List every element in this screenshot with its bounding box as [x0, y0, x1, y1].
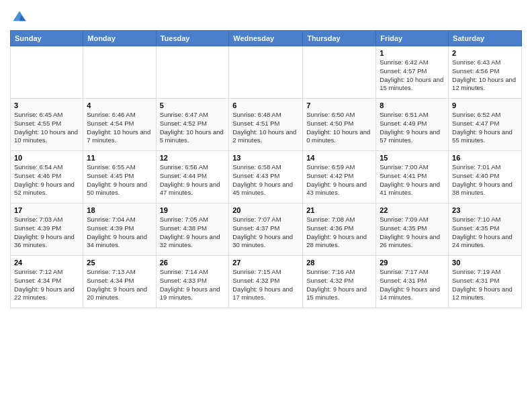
calendar-cell [156, 46, 229, 99]
day-info: Sunrise: 6:56 AM Sunset: 4:44 PM Dayligh… [160, 163, 226, 197]
calendar-week-row: 24Sunrise: 7:12 AM Sunset: 4:34 PM Dayli… [11, 256, 522, 308]
calendar-cell: 25Sunrise: 7:13 AM Sunset: 4:34 PM Dayli… [83, 256, 156, 308]
calendar-cell: 23Sunrise: 7:10 AM Sunset: 4:35 PM Dayli… [449, 203, 522, 256]
calendar-week-row: 3Sunrise: 6:45 AM Sunset: 4:55 PM Daylig… [11, 99, 522, 151]
day-number: 28 [306, 259, 372, 267]
day-number: 8 [380, 101, 445, 109]
calendar-week-row: 1Sunrise: 6:42 AM Sunset: 4:57 PM Daylig… [11, 46, 522, 99]
day-info: Sunrise: 6:45 AM Sunset: 4:55 PM Dayligh… [14, 111, 79, 145]
day-number: 19 [160, 206, 226, 214]
calendar-cell: 13Sunrise: 6:58 AM Sunset: 4:43 PM Dayli… [229, 151, 303, 203]
calendar-cell [303, 46, 376, 99]
day-number: 29 [380, 259, 445, 267]
day-of-week-header: Wednesday [229, 31, 303, 46]
day-number: 22 [380, 206, 445, 214]
day-number: 14 [306, 154, 372, 162]
day-of-week-header: Tuesday [156, 31, 229, 46]
day-info: Sunrise: 6:59 AM Sunset: 4:42 PM Dayligh… [306, 163, 372, 197]
day-info: Sunrise: 7:16 AM Sunset: 4:32 PM Dayligh… [306, 268, 372, 302]
calendar-cell [229, 46, 303, 99]
day-info: Sunrise: 6:47 AM Sunset: 4:52 PM Dayligh… [160, 111, 226, 145]
day-info: Sunrise: 7:14 AM Sunset: 4:33 PM Dayligh… [160, 268, 226, 302]
calendar-cell: 2Sunrise: 6:43 AM Sunset: 4:56 PM Daylig… [449, 46, 522, 99]
day-info: Sunrise: 6:48 AM Sunset: 4:51 PM Dayligh… [232, 111, 299, 145]
calendar-table: SundayMondayTuesdayWednesdayThursdayFrid… [10, 30, 522, 308]
calendar-header-row: SundayMondayTuesdayWednesdayThursdayFrid… [11, 31, 522, 46]
calendar-cell: 11Sunrise: 6:55 AM Sunset: 4:45 PM Dayli… [83, 151, 156, 203]
day-info: Sunrise: 7:05 AM Sunset: 4:38 PM Dayligh… [160, 216, 226, 250]
calendar-cell: 21Sunrise: 7:08 AM Sunset: 4:36 PM Dayli… [303, 203, 376, 256]
calendar-cell: 29Sunrise: 7:17 AM Sunset: 4:31 PM Dayli… [376, 256, 449, 308]
calendar-cell: 8Sunrise: 6:51 AM Sunset: 4:49 PM Daylig… [376, 99, 449, 151]
calendar-cell: 12Sunrise: 6:56 AM Sunset: 4:44 PM Dayli… [156, 151, 229, 203]
day-info: Sunrise: 7:07 AM Sunset: 4:37 PM Dayligh… [232, 216, 299, 250]
calendar-cell: 17Sunrise: 7:03 AM Sunset: 4:39 PM Dayli… [11, 203, 83, 256]
day-number: 2 [452, 49, 518, 57]
calendar-cell: 16Sunrise: 7:01 AM Sunset: 4:40 PM Dayli… [449, 151, 522, 203]
day-info: Sunrise: 6:58 AM Sunset: 4:43 PM Dayligh… [232, 163, 299, 197]
day-number: 9 [452, 101, 518, 109]
day-info: Sunrise: 7:08 AM Sunset: 4:36 PM Dayligh… [306, 216, 372, 250]
day-of-week-header: Sunday [11, 31, 83, 46]
day-number: 10 [14, 154, 79, 162]
calendar-cell: 10Sunrise: 6:54 AM Sunset: 4:46 PM Dayli… [11, 151, 83, 203]
day-info: Sunrise: 6:43 AM Sunset: 4:56 PM Dayligh… [452, 58, 518, 93]
day-info: Sunrise: 7:04 AM Sunset: 4:39 PM Dayligh… [87, 216, 152, 250]
calendar-body: 1Sunrise: 6:42 AM Sunset: 4:57 PM Daylig… [11, 46, 522, 308]
calendar-cell: 6Sunrise: 6:48 AM Sunset: 4:51 PM Daylig… [229, 99, 303, 151]
day-info: Sunrise: 6:55 AM Sunset: 4:45 PM Dayligh… [87, 163, 152, 197]
day-number: 20 [232, 206, 299, 214]
calendar-cell: 9Sunrise: 6:52 AM Sunset: 4:47 PM Daylig… [449, 99, 522, 151]
day-number: 25 [87, 259, 152, 267]
day-of-week-header: Friday [376, 31, 449, 46]
day-number: 1 [380, 49, 445, 57]
day-info: Sunrise: 6:52 AM Sunset: 4:47 PM Dayligh… [452, 111, 518, 145]
calendar-cell: 18Sunrise: 7:04 AM Sunset: 4:39 PM Dayli… [83, 203, 156, 256]
day-number: 4 [87, 101, 152, 109]
day-info: Sunrise: 7:15 AM Sunset: 4:32 PM Dayligh… [232, 268, 299, 302]
page-header [10, 7, 522, 25]
calendar-cell: 7Sunrise: 6:50 AM Sunset: 4:50 PM Daylig… [303, 99, 376, 151]
calendar-cell [11, 46, 83, 99]
day-info: Sunrise: 7:00 AM Sunset: 4:41 PM Dayligh… [380, 163, 445, 197]
day-number: 11 [87, 154, 152, 162]
calendar-cell: 27Sunrise: 7:15 AM Sunset: 4:32 PM Dayli… [229, 256, 303, 308]
day-info: Sunrise: 6:46 AM Sunset: 4:54 PM Dayligh… [87, 111, 152, 145]
day-info: Sunrise: 7:12 AM Sunset: 4:34 PM Dayligh… [14, 268, 79, 302]
day-number: 26 [160, 259, 226, 267]
day-number: 6 [232, 101, 299, 109]
calendar-cell: 22Sunrise: 7:09 AM Sunset: 4:35 PM Dayli… [376, 203, 449, 256]
day-number: 18 [87, 206, 152, 214]
day-info: Sunrise: 6:42 AM Sunset: 4:57 PM Dayligh… [380, 58, 445, 93]
day-number: 3 [14, 101, 79, 109]
day-info: Sunrise: 7:09 AM Sunset: 4:35 PM Dayligh… [380, 216, 445, 250]
day-info: Sunrise: 7:03 AM Sunset: 4:39 PM Dayligh… [14, 216, 79, 250]
day-info: Sunrise: 7:01 AM Sunset: 4:40 PM Dayligh… [452, 163, 518, 197]
day-info: Sunrise: 7:19 AM Sunset: 4:31 PM Dayligh… [452, 268, 518, 302]
day-of-week-header: Thursday [303, 31, 376, 46]
day-number: 27 [232, 259, 299, 267]
calendar-cell: 4Sunrise: 6:46 AM Sunset: 4:54 PM Daylig… [83, 99, 156, 151]
day-number: 21 [306, 206, 372, 214]
day-number: 13 [232, 154, 299, 162]
day-number: 24 [14, 259, 79, 267]
day-info: Sunrise: 7:10 AM Sunset: 4:35 PM Dayligh… [452, 216, 518, 250]
calendar-cell: 26Sunrise: 7:14 AM Sunset: 4:33 PM Dayli… [156, 256, 229, 308]
calendar-cell: 19Sunrise: 7:05 AM Sunset: 4:38 PM Dayli… [156, 203, 229, 256]
calendar-cell: 3Sunrise: 6:45 AM Sunset: 4:55 PM Daylig… [11, 99, 83, 151]
page-container: SundayMondayTuesdayWednesdayThursdayFrid… [0, 0, 532, 315]
day-number: 16 [452, 154, 518, 162]
calendar-cell [83, 46, 156, 99]
calendar-cell: 1Sunrise: 6:42 AM Sunset: 4:57 PM Daylig… [376, 46, 449, 99]
day-number: 30 [452, 259, 518, 267]
calendar-week-row: 17Sunrise: 7:03 AM Sunset: 4:39 PM Dayli… [11, 203, 522, 256]
day-number: 15 [380, 154, 445, 162]
day-number: 12 [160, 154, 226, 162]
calendar-cell: 30Sunrise: 7:19 AM Sunset: 4:31 PM Dayli… [449, 256, 522, 308]
day-info: Sunrise: 7:13 AM Sunset: 4:34 PM Dayligh… [87, 268, 152, 302]
logo [10, 10, 27, 25]
calendar-cell: 14Sunrise: 6:59 AM Sunset: 4:42 PM Dayli… [303, 151, 376, 203]
calendar-cell: 28Sunrise: 7:16 AM Sunset: 4:32 PM Dayli… [303, 256, 376, 308]
day-info: Sunrise: 6:50 AM Sunset: 4:50 PM Dayligh… [306, 111, 372, 145]
day-info: Sunrise: 6:51 AM Sunset: 4:49 PM Dayligh… [380, 111, 445, 145]
